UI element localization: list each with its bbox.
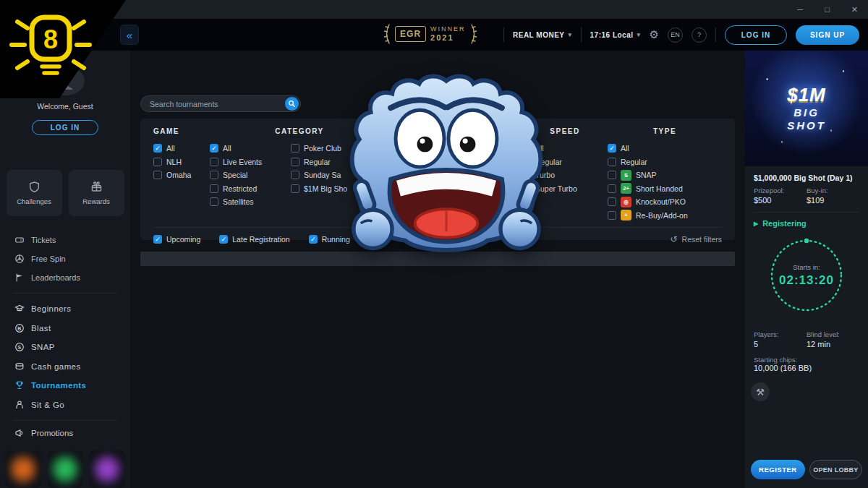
sidebar-item-tournaments[interactable]: Tournaments (14, 376, 116, 395)
checkbox-satellites[interactable]: Satellites (210, 195, 291, 209)
login-button-sidebar[interactable]: LOG IN (32, 120, 98, 135)
sidebar-item-tickets[interactable]: Tickets (14, 231, 116, 249)
promo-shot-text: SHOT (787, 119, 826, 132)
filter-group-title: TYPE (608, 127, 722, 135)
checkbox-all[interactable]: ✓ All (153, 142, 210, 155)
egr-year-label: 2021 (430, 33, 466, 42)
ticket-icon (14, 235, 25, 245)
sidebar-item-leaderboards[interactable]: Leaderboards (14, 268, 116, 287)
checkbox-snap[interactable]: S SNAP (608, 168, 722, 182)
checkbox-all[interactable]: ✓ All (210, 142, 291, 155)
game-filter-list: ✓ All NLH Omaha (153, 142, 210, 182)
reset-filters-button[interactable]: ↺ Reset filters (671, 234, 723, 244)
checkbox-icon: ✓ (219, 235, 228, 244)
login-button-top[interactable]: LOG IN (725, 25, 787, 45)
sidebar-item-snap[interactable]: S SNAP (14, 338, 116, 357)
filter-group-title: GAME (153, 127, 210, 135)
checkbox-live-events[interactable]: Live Events (210, 155, 291, 169)
reset-icon: ↺ (671, 234, 678, 244)
trophy-icon (14, 380, 25, 390)
laurel-left-icon (383, 23, 391, 45)
svg-text:B: B (17, 325, 21, 330)
checkbox-icon: ✓ (153, 144, 162, 153)
sidebar-nav: Beginners B Blast S SNAP Cash games Tour… (0, 299, 130, 414)
sidebar-collapse-button[interactable]: « (120, 25, 139, 45)
megaphone-icon (14, 428, 25, 438)
rewards-button[interactable]: Rewards (69, 170, 124, 216)
checkbox-icon (291, 158, 299, 166)
game-tile-green[interactable] (47, 450, 83, 488)
checkbox-special[interactable]: Special (210, 168, 291, 182)
checkbox-regular[interactable]: Regular (608, 155, 722, 169)
titlebar: 8 888poker ─ □ ✕ (0, 0, 868, 19)
checkbox-icon (210, 171, 218, 179)
close-button[interactable]: ✕ (851, 5, 858, 14)
egr-label: EGR (395, 26, 426, 42)
divider (13, 293, 117, 294)
divider (715, 27, 716, 42)
sidebar-utilities: Tickets Free Spin Leaderboards (0, 231, 130, 287)
starting-chips-value: 10,000 (166 BB) (754, 364, 859, 372)
sidebar-item-beginners[interactable]: Beginners (14, 299, 116, 319)
app-title: 888poker (22, 6, 54, 14)
checkbox-re-buy-add-on[interactable]: + Re-Buy/Add-on (608, 209, 722, 223)
status-filter-row: ✓ Upcoming ✓ Late Registration ✓ Running (153, 234, 350, 245)
checkbox-icon (210, 197, 218, 206)
caret-down-icon: ▾ (569, 31, 572, 38)
checkbox-short-handed[interactable]: 2+ Short Handed (608, 182, 722, 196)
countdown-timer: Starts in: 02:13:20 (767, 236, 846, 314)
checkbox-restricted[interactable]: Restricted (210, 182, 291, 196)
challenges-button[interactable]: Challenges (7, 170, 62, 216)
players-value: 5 (754, 340, 807, 348)
checkbox-icon: ✓ (309, 235, 318, 244)
divider (581, 27, 582, 42)
snap-type-icon: S (621, 170, 631, 181)
checkbox-all[interactable]: ✓ All (608, 142, 722, 155)
checkbox-late-registration[interactable]: ✓ Late Registration (219, 234, 289, 245)
checkbox-upcoming[interactable]: ✓ Upcoming (153, 234, 200, 245)
register-button[interactable]: REGISTER (751, 460, 805, 479)
tournament-title: $1,000,000 Big Shot (Day 1) (745, 166, 868, 187)
checkbox-omaha[interactable]: Omaha (153, 168, 210, 182)
snap-icon: S (14, 342, 25, 352)
game-tile-orange[interactable] (5, 450, 41, 488)
checkbox-icon (608, 197, 616, 206)
table-tools-button[interactable]: ⚒ (751, 382, 770, 401)
search-input[interactable] (150, 100, 281, 108)
local-time-dropdown[interactable]: 17:16 Local ▾ (590, 31, 641, 39)
tournament-details-panel: $1M BIG SHOT $1,000,000 Big Shot (Day 1)… (745, 51, 868, 488)
maximize-button[interactable]: □ (825, 5, 830, 14)
wheel-icon (14, 254, 25, 264)
game-promo-tiles (5, 450, 125, 488)
checkbox-nlh[interactable]: NLH (153, 155, 210, 169)
chips-icon (14, 361, 25, 372)
sidebar-item-cash-games[interactable]: Cash games (14, 356, 116, 376)
sidebar-item-blast[interactable]: B Blast (14, 318, 116, 338)
checkbox-knockout-pko[interactable]: ◎ Knockout/PKO (608, 195, 722, 209)
checkbox-icon (608, 211, 616, 220)
checkbox-icon (210, 184, 218, 193)
language-button[interactable]: EN (668, 27, 683, 43)
game-tile-purple[interactable] (89, 450, 125, 488)
laurel-right-icon (470, 23, 477, 45)
registration-status: ▶ Registering (745, 213, 868, 228)
minimize-button[interactable]: ─ (797, 5, 803, 14)
checkbox-icon (210, 158, 218, 166)
checkbox-icon: ✓ (608, 144, 616, 153)
open-lobby-button[interactable]: OPEN LOBBY (809, 460, 862, 479)
sidebar-item-promotions[interactable]: Promotions (0, 427, 130, 440)
divider (503, 27, 504, 42)
sidebar-item-sit-go[interactable]: Sit & Go (14, 395, 116, 414)
countdown-ring-icon (767, 236, 846, 314)
re-buy-add-on-type-icon: + (621, 210, 631, 221)
help-button[interactable]: ? (692, 27, 707, 43)
search-button[interactable] (285, 97, 299, 111)
prizepool-value: $500 (754, 196, 807, 205)
real-money-dropdown[interactable]: REAL MONEY ▾ (513, 31, 572, 39)
top-navbar: « EGR WINNER 2021 REAL MONEY ▾ (0, 19, 868, 51)
checkbox-icon (608, 158, 616, 166)
short-handed-type-icon: 2+ (621, 183, 631, 194)
gear-icon[interactable]: ⚙ (650, 28, 659, 41)
signup-button[interactable]: SIGN UP (796, 25, 859, 45)
sidebar-item-free-spin[interactable]: Free Spin (14, 249, 116, 268)
